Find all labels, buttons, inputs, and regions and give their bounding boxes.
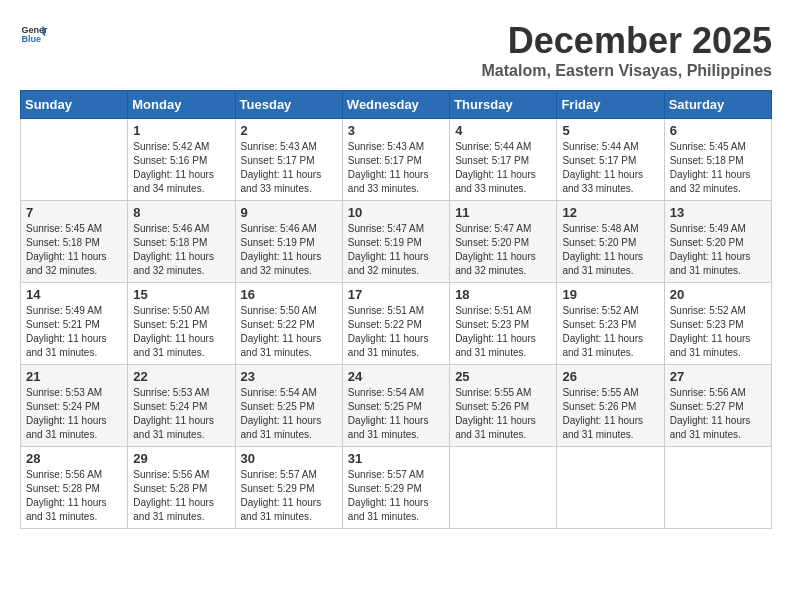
- calendar-week-row: 7Sunrise: 5:45 AMSunset: 5:18 PMDaylight…: [21, 201, 772, 283]
- day-info: Sunrise: 5:49 AMSunset: 5:20 PMDaylight:…: [670, 222, 766, 278]
- day-info: Sunrise: 5:56 AMSunset: 5:27 PMDaylight:…: [670, 386, 766, 442]
- calendar-cell: 10Sunrise: 5:47 AMSunset: 5:19 PMDayligh…: [342, 201, 449, 283]
- calendar-day-header: Monday: [128, 91, 235, 119]
- day-number: 9: [241, 205, 337, 220]
- calendar-table: SundayMondayTuesdayWednesdayThursdayFrid…: [20, 90, 772, 529]
- title-area: December 2025 Matalom, Eastern Visayas, …: [482, 20, 772, 80]
- calendar-day-header: Thursday: [450, 91, 557, 119]
- day-number: 10: [348, 205, 444, 220]
- calendar-cell: 22Sunrise: 5:53 AMSunset: 5:24 PMDayligh…: [128, 365, 235, 447]
- day-info: Sunrise: 5:57 AMSunset: 5:29 PMDaylight:…: [348, 468, 444, 524]
- day-info: Sunrise: 5:46 AMSunset: 5:19 PMDaylight:…: [241, 222, 337, 278]
- calendar-cell: 27Sunrise: 5:56 AMSunset: 5:27 PMDayligh…: [664, 365, 771, 447]
- calendar-week-row: 1Sunrise: 5:42 AMSunset: 5:16 PMDaylight…: [21, 119, 772, 201]
- day-info: Sunrise: 5:45 AMSunset: 5:18 PMDaylight:…: [26, 222, 122, 278]
- day-info: Sunrise: 5:44 AMSunset: 5:17 PMDaylight:…: [455, 140, 551, 196]
- day-number: 11: [455, 205, 551, 220]
- day-number: 27: [670, 369, 766, 384]
- calendar-cell: 20Sunrise: 5:52 AMSunset: 5:23 PMDayligh…: [664, 283, 771, 365]
- day-number: 2: [241, 123, 337, 138]
- calendar-cell: 29Sunrise: 5:56 AMSunset: 5:28 PMDayligh…: [128, 447, 235, 529]
- day-info: Sunrise: 5:55 AMSunset: 5:26 PMDaylight:…: [562, 386, 658, 442]
- calendar-cell: 5Sunrise: 5:44 AMSunset: 5:17 PMDaylight…: [557, 119, 664, 201]
- day-info: Sunrise: 5:43 AMSunset: 5:17 PMDaylight:…: [241, 140, 337, 196]
- calendar-cell: 4Sunrise: 5:44 AMSunset: 5:17 PMDaylight…: [450, 119, 557, 201]
- day-info: Sunrise: 5:46 AMSunset: 5:18 PMDaylight:…: [133, 222, 229, 278]
- calendar-cell: 9Sunrise: 5:46 AMSunset: 5:19 PMDaylight…: [235, 201, 342, 283]
- day-info: Sunrise: 5:51 AMSunset: 5:23 PMDaylight:…: [455, 304, 551, 360]
- calendar-cell: [21, 119, 128, 201]
- day-number: 8: [133, 205, 229, 220]
- calendar-cell: 24Sunrise: 5:54 AMSunset: 5:25 PMDayligh…: [342, 365, 449, 447]
- day-number: 15: [133, 287, 229, 302]
- calendar-cell: [664, 447, 771, 529]
- calendar-cell: 11Sunrise: 5:47 AMSunset: 5:20 PMDayligh…: [450, 201, 557, 283]
- calendar-day-header: Wednesday: [342, 91, 449, 119]
- day-info: Sunrise: 5:53 AMSunset: 5:24 PMDaylight:…: [26, 386, 122, 442]
- calendar-cell: 14Sunrise: 5:49 AMSunset: 5:21 PMDayligh…: [21, 283, 128, 365]
- calendar-cell: 7Sunrise: 5:45 AMSunset: 5:18 PMDaylight…: [21, 201, 128, 283]
- day-number: 5: [562, 123, 658, 138]
- day-number: 30: [241, 451, 337, 466]
- day-number: 16: [241, 287, 337, 302]
- calendar-cell: 26Sunrise: 5:55 AMSunset: 5:26 PMDayligh…: [557, 365, 664, 447]
- day-number: 4: [455, 123, 551, 138]
- calendar-cell: 21Sunrise: 5:53 AMSunset: 5:24 PMDayligh…: [21, 365, 128, 447]
- calendar-cell: 16Sunrise: 5:50 AMSunset: 5:22 PMDayligh…: [235, 283, 342, 365]
- page-header: General Blue December 2025 Matalom, East…: [20, 20, 772, 80]
- day-number: 25: [455, 369, 551, 384]
- day-info: Sunrise: 5:56 AMSunset: 5:28 PMDaylight:…: [26, 468, 122, 524]
- calendar-day-header: Saturday: [664, 91, 771, 119]
- day-info: Sunrise: 5:47 AMSunset: 5:20 PMDaylight:…: [455, 222, 551, 278]
- day-number: 1: [133, 123, 229, 138]
- calendar-cell: 1Sunrise: 5:42 AMSunset: 5:16 PMDaylight…: [128, 119, 235, 201]
- calendar-week-row: 21Sunrise: 5:53 AMSunset: 5:24 PMDayligh…: [21, 365, 772, 447]
- day-number: 21: [26, 369, 122, 384]
- day-info: Sunrise: 5:42 AMSunset: 5:16 PMDaylight:…: [133, 140, 229, 196]
- calendar-cell: 28Sunrise: 5:56 AMSunset: 5:28 PMDayligh…: [21, 447, 128, 529]
- day-number: 23: [241, 369, 337, 384]
- calendar-cell: 23Sunrise: 5:54 AMSunset: 5:25 PMDayligh…: [235, 365, 342, 447]
- day-number: 29: [133, 451, 229, 466]
- calendar-day-header: Friday: [557, 91, 664, 119]
- day-info: Sunrise: 5:57 AMSunset: 5:29 PMDaylight:…: [241, 468, 337, 524]
- calendar-cell: 15Sunrise: 5:50 AMSunset: 5:21 PMDayligh…: [128, 283, 235, 365]
- calendar-header-row: SundayMondayTuesdayWednesdayThursdayFrid…: [21, 91, 772, 119]
- day-number: 13: [670, 205, 766, 220]
- calendar-cell: 8Sunrise: 5:46 AMSunset: 5:18 PMDaylight…: [128, 201, 235, 283]
- day-info: Sunrise: 5:56 AMSunset: 5:28 PMDaylight:…: [133, 468, 229, 524]
- logo: General Blue: [20, 20, 48, 48]
- calendar-cell: [557, 447, 664, 529]
- day-number: 3: [348, 123, 444, 138]
- day-number: 31: [348, 451, 444, 466]
- day-number: 12: [562, 205, 658, 220]
- day-number: 22: [133, 369, 229, 384]
- day-info: Sunrise: 5:47 AMSunset: 5:19 PMDaylight:…: [348, 222, 444, 278]
- day-info: Sunrise: 5:52 AMSunset: 5:23 PMDaylight:…: [670, 304, 766, 360]
- day-info: Sunrise: 5:54 AMSunset: 5:25 PMDaylight:…: [348, 386, 444, 442]
- calendar-week-row: 28Sunrise: 5:56 AMSunset: 5:28 PMDayligh…: [21, 447, 772, 529]
- calendar-cell: 31Sunrise: 5:57 AMSunset: 5:29 PMDayligh…: [342, 447, 449, 529]
- day-number: 14: [26, 287, 122, 302]
- calendar-cell: 2Sunrise: 5:43 AMSunset: 5:17 PMDaylight…: [235, 119, 342, 201]
- day-info: Sunrise: 5:51 AMSunset: 5:22 PMDaylight:…: [348, 304, 444, 360]
- page-subtitle: Matalom, Eastern Visayas, Philippines: [482, 62, 772, 80]
- day-info: Sunrise: 5:50 AMSunset: 5:21 PMDaylight:…: [133, 304, 229, 360]
- logo-icon: General Blue: [20, 20, 48, 48]
- day-number: 24: [348, 369, 444, 384]
- calendar-cell: 12Sunrise: 5:48 AMSunset: 5:20 PMDayligh…: [557, 201, 664, 283]
- calendar-cell: 18Sunrise: 5:51 AMSunset: 5:23 PMDayligh…: [450, 283, 557, 365]
- day-info: Sunrise: 5:45 AMSunset: 5:18 PMDaylight:…: [670, 140, 766, 196]
- day-info: Sunrise: 5:54 AMSunset: 5:25 PMDaylight:…: [241, 386, 337, 442]
- day-number: 26: [562, 369, 658, 384]
- calendar-day-header: Sunday: [21, 91, 128, 119]
- day-number: 6: [670, 123, 766, 138]
- day-info: Sunrise: 5:43 AMSunset: 5:17 PMDaylight:…: [348, 140, 444, 196]
- calendar-week-row: 14Sunrise: 5:49 AMSunset: 5:21 PMDayligh…: [21, 283, 772, 365]
- day-info: Sunrise: 5:53 AMSunset: 5:24 PMDaylight:…: [133, 386, 229, 442]
- calendar-cell: [450, 447, 557, 529]
- day-info: Sunrise: 5:48 AMSunset: 5:20 PMDaylight:…: [562, 222, 658, 278]
- calendar-cell: 19Sunrise: 5:52 AMSunset: 5:23 PMDayligh…: [557, 283, 664, 365]
- day-info: Sunrise: 5:50 AMSunset: 5:22 PMDaylight:…: [241, 304, 337, 360]
- day-number: 18: [455, 287, 551, 302]
